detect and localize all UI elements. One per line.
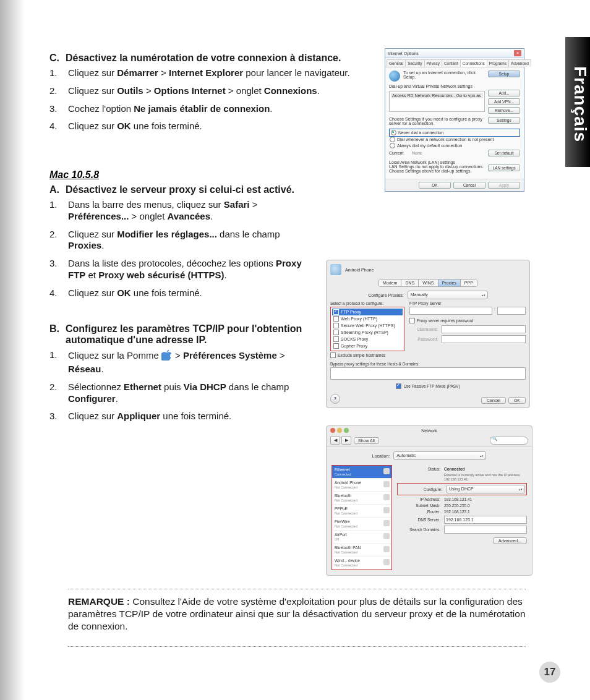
exclude-checkbox[interactable]: Exclude simple hostnames — [330, 352, 404, 358]
dialup-header: Dial-up and Virtual Private Network sett… — [389, 84, 520, 88]
step-text: Cliquez sur OK une fois terminé. — [68, 288, 309, 299]
step-text: Cliquez sur Appliquer une fois terminé. — [68, 411, 309, 422]
lan-settings-button[interactable]: LAN settings — [488, 164, 520, 171]
configure-select[interactable]: Using DHCP — [446, 485, 525, 493]
protocol-list[interactable]: FTP Proxy Web Proxy (HTTP) Secure Web Pr… — [330, 307, 404, 351]
dns-input[interactable]: 192.168.123.1 — [444, 516, 527, 524]
interface-list[interactable]: EthernetConnected Android PhoneNot Conne… — [331, 465, 392, 570]
list-item[interactable]: Access RD Network Resources - Go to vpn.… — [391, 93, 483, 98]
checkbox-icon — [330, 352, 336, 358]
ok-button[interactable]: OK — [419, 182, 451, 189]
close-icon[interactable]: × — [514, 50, 521, 56]
step-num: 4. — [49, 288, 68, 299]
firewire-icon — [383, 520, 390, 526]
cancel-button[interactable]: Cancel — [481, 397, 506, 404]
configure-proxies-select[interactable]: Manually — [408, 291, 488, 299]
zoom-icon[interactable] — [344, 428, 349, 433]
close-icon[interactable] — [330, 428, 335, 433]
checkbox-icon — [333, 309, 339, 315]
window-titlebar: Internet Options × — [385, 49, 524, 58]
checkbox-icon — [333, 316, 339, 322]
tab-ppp[interactable]: PPP — [461, 280, 477, 286]
step-num: 3. — [49, 258, 68, 281]
proto-https[interactable]: Secure Web Proxy (HTTPS) — [332, 322, 403, 329]
username-input[interactable] — [442, 325, 526, 333]
ftp-server-input[interactable] — [409, 307, 492, 315]
status-sub: Ethernet is currently active and has the… — [444, 473, 527, 481]
mp-tabs: Modem DNS WINS Proxies PPP — [330, 279, 526, 287]
step-text: Sélectionnez Ethernet puis Via DHCP dans… — [68, 382, 309, 405]
ok-button[interactable]: OK — [508, 397, 526, 404]
sidebar-item-btpan[interactable]: Bluetooth PANNot Connected — [332, 544, 391, 557]
sidebar-item-ethernet[interactable]: EthernetConnected — [332, 466, 391, 479]
dns-label: DNS Server: — [397, 518, 444, 522]
back-button[interactable]: ◀ — [330, 436, 340, 445]
radio-dial-whenever[interactable]: Dial whenever a network connection is no… — [390, 137, 519, 142]
checkbox-icon — [333, 323, 339, 328]
window-title: Internet Options — [388, 51, 419, 56]
separator — [68, 646, 526, 647]
proto-rtsp[interactable]: Streaming Proxy (RTSP) — [332, 329, 403, 336]
proto-gopher[interactable]: Gopher Proxy — [332, 343, 403, 349]
note-text: REMARQUE : Consultez l'Aide de votre sys… — [68, 595, 526, 633]
radio-never-dial[interactable]: Never dial a connection — [390, 129, 519, 136]
status-value: Connected — [444, 467, 465, 471]
sidebar-item-bluetooth[interactable]: BluetoothNot Connected — [332, 492, 391, 505]
show-all-button[interactable]: Show All — [354, 437, 379, 444]
set-default-button[interactable]: Set default — [488, 150, 520, 156]
require-password-checkbox[interactable]: Proxy server requires password — [409, 318, 526, 323]
sidebar-item-pppoe[interactable]: PPPoENot Connected — [332, 505, 391, 518]
configure-highlight: Configure:Using DHCP — [397, 483, 527, 495]
tab-programs[interactable]: Programs — [487, 59, 509, 67]
settings-button[interactable]: Settings — [488, 117, 520, 124]
cancel-button[interactable]: Cancel — [453, 182, 485, 189]
search-domains-input[interactable] — [444, 526, 527, 534]
remove-button[interactable]: Remove... — [488, 107, 520, 114]
proto-socks[interactable]: SOCKS Proxy — [332, 336, 403, 343]
tab-connections[interactable]: Connections — [460, 59, 487, 67]
nw-body: Location: Automatic EthernetConnected An… — [327, 446, 532, 575]
proto-ftp[interactable]: FTP Proxy — [332, 309, 403, 315]
tab-privacy[interactable]: Privacy — [424, 59, 442, 67]
tab-dns[interactable]: DNS — [401, 280, 419, 286]
page-number: 17 — [539, 662, 560, 683]
advanced-button[interactable]: Advanced... — [493, 537, 527, 544]
note-block: REMARQUE : Consultez l'Aide de votre sys… — [49, 575, 544, 653]
help-button[interactable]: ? — [330, 394, 340, 404]
bypass-input[interactable] — [330, 367, 526, 380]
tab-security[interactable]: Security — [405, 59, 424, 67]
apply-button[interactable]: Apply — [488, 182, 520, 189]
pasv-checkbox[interactable]: ✓Use Passive FTP Mode (PASV) — [330, 383, 526, 389]
tab-general[interactable]: General — [387, 59, 406, 67]
section-b: B. Configurez les paramètres TCP/IP pour… — [49, 323, 322, 422]
step: 2.Cliquez sur Outils > Options Internet … — [49, 85, 371, 97]
tab-advanced[interactable]: Advanced — [508, 59, 531, 67]
search-input[interactable] — [490, 437, 528, 445]
section-a-heading: Désactivez le serveur proxy si celui-ci … — [66, 184, 294, 195]
add-vpn-button[interactable]: Add VPN... — [488, 98, 520, 105]
tab-content[interactable]: Content — [442, 59, 461, 67]
tab-modem[interactable]: Modem — [379, 280, 401, 286]
nw-toolbar: ◀ ▶ Show All — [327, 435, 532, 446]
minimize-icon[interactable] — [337, 428, 342, 433]
proto-http[interactable]: Web Proxy (HTTP) — [332, 315, 403, 322]
sidebar-item-airport[interactable]: AirPortOff — [332, 531, 391, 544]
step: 1.Dans la barre des menus, cliquez sur S… — [49, 199, 309, 223]
add-button[interactable]: Add... — [488, 90, 520, 96]
section-c-letter: C. — [49, 53, 66, 64]
wifi-icon — [383, 533, 390, 539]
pppoe-icon — [383, 507, 390, 513]
forward-button[interactable]: ▶ — [341, 436, 351, 445]
password-input[interactable] — [442, 335, 526, 343]
location-select[interactable]: Automatic — [393, 451, 486, 460]
sidebar-item-wind[interactable]: Wind... deviceNot Connected — [332, 557, 391, 570]
tab-wins[interactable]: WINS — [419, 280, 438, 286]
setup-button[interactable]: Setup — [488, 70, 520, 77]
tab-proxies[interactable]: Proxies — [438, 280, 461, 286]
sidebar-item-android[interactable]: Android PhoneNot Connected — [332, 479, 391, 492]
ftp-port-input[interactable] — [497, 307, 526, 315]
connections-list[interactable]: Access RD Network Resources - Go to vpn.… — [389, 91, 485, 112]
ftp-header: FTP Proxy Server — [409, 301, 526, 305]
radio-always-dial[interactable]: Always dial my default connection — [390, 143, 519, 148]
sidebar-item-firewire[interactable]: FireWireNot Connected — [332, 518, 391, 531]
